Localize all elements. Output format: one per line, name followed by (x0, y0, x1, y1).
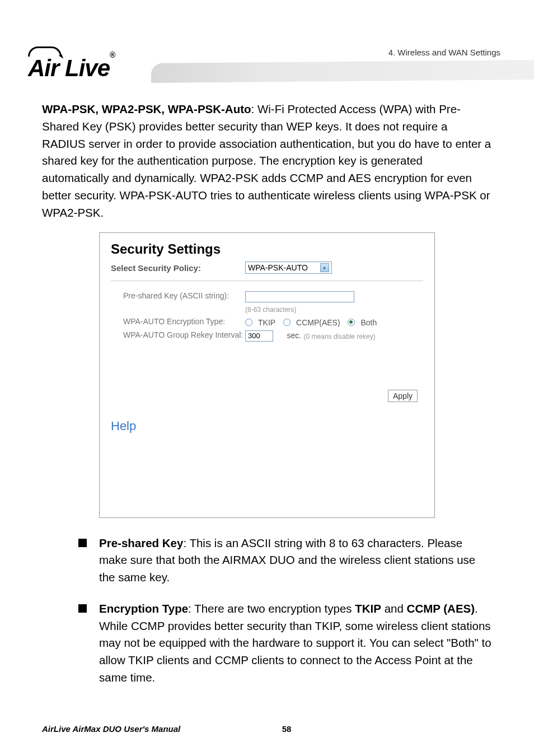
apply-button[interactable]: Apply (388, 390, 418, 402)
header-gradient (151, 60, 534, 83)
radio-tkip[interactable] (245, 319, 252, 326)
rekey-label: WPA-AUTO Group Rekey Interval: (123, 330, 245, 339)
page-number: 58 (81, 724, 492, 734)
intro-paragraph: WPA-PSK, WPA2-PSK, WPA-PSK-Auto: Wi-Fi P… (42, 101, 492, 221)
bullet-enc: Encryption Type: There are two encryptio… (42, 600, 492, 687)
intro-text: : Wi-Fi Protected Access (WPA) with Pre-… (42, 102, 491, 219)
radio-both[interactable] (348, 319, 355, 326)
logo-arc-icon (28, 46, 62, 57)
rekey-hint: (0 means disable rekey) (304, 332, 376, 340)
square-bullet-icon (78, 604, 87, 613)
psk-label: Pre-shared Key (ASCII string): (123, 291, 245, 300)
chevron-down-icon: ▾ (320, 263, 329, 272)
psk-hint: (8-63 characters) (245, 306, 296, 314)
rekey-input[interactable] (245, 330, 273, 342)
chapter-label: 4. Wireless and WAN Settings (388, 48, 500, 57)
help-heading: Help (111, 402, 423, 433)
divider (111, 281, 423, 281)
page-content: WPA-PSK, WPA2-PSK, WPA-PSK-Auto: Wi-Fi P… (0, 84, 534, 687)
logo: Air Live® (28, 45, 115, 82)
rekey-unit: sec. (287, 331, 301, 340)
page-header: Air Live® 4. Wireless and WAN Settings (0, 0, 534, 84)
psk-input[interactable] (245, 291, 354, 302)
page-footer: 58 AirLive AirMax DUO User's Manual (42, 724, 492, 734)
settings-title: Security Settings (111, 241, 423, 257)
logo-text: Air Live® (28, 55, 115, 81)
policy-value: WPA-PSK-AUTO (248, 263, 308, 272)
radio-both-label: Both (360, 318, 377, 327)
enc-radio-group: TKIP CCMP(AES) Both (245, 317, 382, 326)
intro-bold: WPA-PSK, WPA2-PSK, WPA-PSK-Auto (42, 102, 251, 115)
radio-tkip-label: TKIP (258, 318, 275, 327)
enc-label: WPA-AUTO Encryption Type: (123, 317, 245, 326)
policy-label: Select Security Policy: (111, 263, 245, 273)
bullet-psk: Pre-shared Key: This is an ASCII string … (42, 535, 492, 586)
radio-ccmp[interactable] (283, 319, 291, 326)
radio-ccmp-label: CCMP(AES) (296, 318, 340, 327)
square-bullet-icon (78, 539, 87, 547)
policy-select[interactable]: WPA-PSK-AUTO ▾ (245, 262, 332, 274)
bullet-psk-bold: Pre-shared Key (99, 536, 183, 549)
bullet-list: Pre-shared Key: This is an ASCII string … (42, 535, 492, 687)
bullet-enc-bold: Encryption Type (99, 602, 188, 615)
settings-screenshot: Security Settings Select Security Policy… (99, 232, 435, 517)
